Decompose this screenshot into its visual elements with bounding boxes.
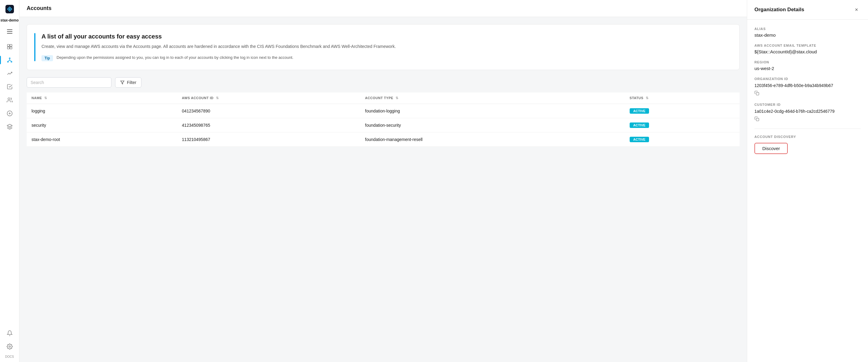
filter-icon: [120, 80, 124, 85]
filter-button[interactable]: Filter: [115, 77, 142, 88]
panel-title: Organization Details: [754, 7, 804, 13]
svg-rect-2: [7, 31, 12, 32]
panel-section-region: REGION us-west-2: [754, 60, 861, 71]
sidebar-item-org[interactable]: [4, 54, 16, 66]
svg-rect-5: [10, 45, 12, 47]
status-badge: ACTIVE: [630, 108, 649, 114]
panel-field-label: ALIAS: [754, 27, 861, 31]
sort-icon-type: ⇅: [396, 96, 399, 100]
panel-sections: ALIAS stax-demo AWS ACCOUNT EMAIL TEMPLA…: [754, 27, 861, 122]
tip-box: Tip Depending upon the permissions assig…: [41, 55, 731, 61]
search-input[interactable]: [27, 77, 112, 88]
app-logo[interactable]: [4, 4, 15, 15]
topbar: Accounts: [20, 0, 747, 17]
main-content: Accounts A list of all your accounts for…: [20, 0, 747, 362]
panel-section-customer_id: CUSTOMER ID 1a01c4e2-0cdg-464d-b76h-ca2c…: [754, 103, 861, 122]
docs-label[interactable]: DOCS: [5, 355, 14, 358]
panel-divider: [754, 129, 861, 129]
tip-badge: Tip: [41, 55, 53, 61]
panel-field-label: ORGANIZATION ID: [754, 77, 861, 81]
panel-field-value: us-west-2: [754, 66, 861, 71]
filter-label: Filter: [127, 80, 136, 85]
tip-text: Depending upon the permissions assigned …: [57, 55, 293, 61]
cell-status: ACTIVE: [625, 104, 740, 118]
panel-field-value: 1a01c4e2-0cdg-464d-b76h-ca2cd2546779: [754, 108, 861, 115]
svg-rect-7: [10, 47, 12, 49]
sidebar-item-notifications[interactable]: [4, 327, 16, 339]
discovery-section: ACCOUNT DISCOVERY Discover: [754, 135, 861, 154]
status-badge: ACTIVE: [630, 122, 649, 128]
cell-status: ACTIVE: [625, 133, 740, 147]
table-body: logging 041234567890 foundation-logging …: [27, 104, 740, 147]
info-box-description: Create, view and manage AWS accounts via…: [41, 43, 731, 50]
svg-point-19: [9, 346, 10, 347]
close-icon: ×: [855, 7, 858, 13]
svg-marker-18: [7, 124, 12, 127]
discover-button[interactable]: Discover: [754, 143, 788, 154]
status-badge: ACTIVE: [630, 137, 649, 142]
sidebar-item-accounts[interactable]: [4, 40, 16, 53]
search-input-wrap: [27, 77, 112, 88]
cell-name: stax-demo-root: [27, 133, 177, 147]
panel-field-value: stax-demo: [754, 32, 861, 37]
sidebar-item-layers[interactable]: [4, 121, 16, 133]
panel-header: Organization Details ×: [747, 0, 868, 20]
accounts-table: NAME ⇅ AWS ACCOUNT ID ⇅ ACCOUNT TYPE ⇅: [27, 92, 740, 147]
col-aws-account-id[interactable]: AWS ACCOUNT ID ⇅: [177, 92, 361, 104]
right-panel: Organization Details × ALIAS stax-demo A…: [747, 0, 868, 362]
menu-icon[interactable]: [4, 26, 16, 37]
sidebar-item-tasks[interactable]: [4, 81, 16, 93]
sidebar-bottom: DOCS: [4, 327, 16, 358]
panel-field-label: REGION: [754, 60, 861, 64]
svg-line-13: [10, 60, 11, 61]
discovery-label: ACCOUNT DISCOVERY: [754, 135, 861, 139]
panel-section-alias: ALIAS stax-demo: [754, 27, 861, 37]
info-box-title: A list of all your accounts for easy acc…: [41, 33, 731, 40]
panel-field-label: CUSTOMER ID: [754, 103, 861, 106]
sort-icon-status: ⇅: [646, 96, 649, 100]
panel-section-email_template: AWS ACCOUNT EMAIL TEMPLATE ${Stax::Accou…: [754, 44, 861, 54]
svg-point-10: [11, 61, 12, 62]
col-status[interactable]: STATUS ⇅: [625, 92, 740, 104]
col-account-type[interactable]: ACCOUNT TYPE ⇅: [360, 92, 624, 104]
svg-rect-21: [756, 92, 759, 95]
panel-close-button[interactable]: ×: [852, 5, 861, 14]
sidebar-item-users[interactable]: [4, 94, 16, 106]
panel-field-value: ${Stax::AccountId}@stax.cloud: [754, 49, 861, 54]
panel-field-value: 1203f456-e789-4df6-b50e-b9a34b949b67: [754, 82, 861, 89]
svg-rect-6: [7, 47, 9, 49]
sidebar-item-settings[interactable]: [4, 340, 16, 353]
svg-line-12: [8, 60, 10, 61]
svg-point-14: [8, 98, 10, 100]
info-box-content: A list of all your accounts for easy acc…: [41, 33, 731, 61]
cell-account-type: foundation-security: [360, 118, 624, 133]
sidebar-item-plus[interactable]: [4, 107, 16, 119]
col-name[interactable]: NAME ⇅: [27, 92, 177, 104]
cell-name: security: [27, 118, 177, 133]
svg-rect-3: [7, 33, 12, 34]
cell-account-type: foundation-management-resell: [360, 133, 624, 147]
svg-rect-4: [7, 45, 9, 47]
table-row: stax-demo-root 113210495867 foundation-m…: [27, 133, 740, 147]
table: NAME ⇅ AWS ACCOUNT ID ⇅ ACCOUNT TYPE ⇅: [27, 92, 740, 147]
info-box: A list of all your accounts for easy acc…: [27, 24, 740, 70]
panel-body: ALIAS stax-demo AWS ACCOUNT EMAIL TEMPLA…: [747, 20, 868, 362]
sidebar-item-chart[interactable]: [4, 67, 16, 79]
table-row: logging 041234567890 foundation-logging …: [27, 104, 740, 118]
sort-icon-aws: ⇅: [216, 96, 219, 100]
sidebar: stax-demo: [0, 0, 20, 362]
copy-icon[interactable]: [754, 116, 759, 122]
search-bar: Filter: [27, 77, 740, 88]
table-row: security 412345098765 foundation-securit…: [27, 118, 740, 133]
svg-marker-20: [121, 81, 124, 84]
svg-point-8: [9, 58, 10, 59]
content-area: A list of all your accounts for easy acc…: [20, 17, 747, 362]
panel-section-org_id: ORGANIZATION ID 1203f456-e789-4df6-b50e-…: [754, 77, 861, 97]
cell-name: logging: [27, 104, 177, 118]
copy-icon[interactable]: [754, 91, 759, 97]
page-title: Accounts: [27, 5, 52, 11]
cell-aws-account-id: 113210495867: [177, 133, 361, 147]
svg-point-9: [7, 61, 8, 62]
cell-aws-account-id: 041234567890: [177, 104, 361, 118]
sort-icon-name: ⇅: [44, 96, 47, 100]
